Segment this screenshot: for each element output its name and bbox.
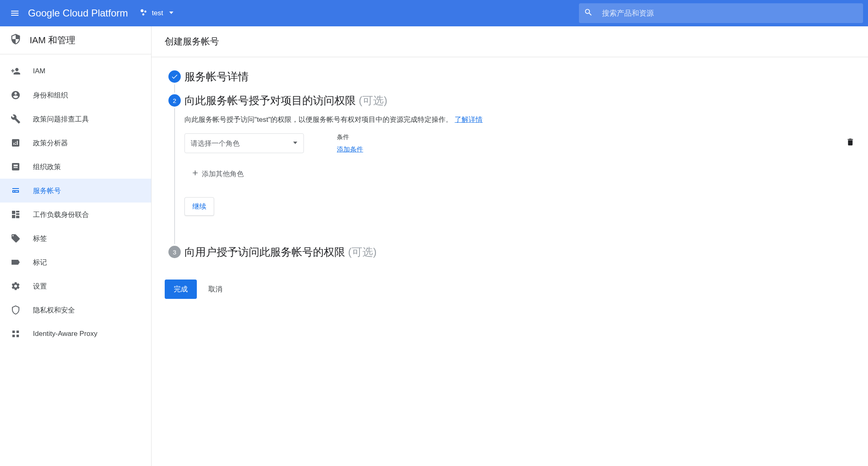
check-icon — [171, 73, 178, 80]
step2-indicator: 2 — [168, 94, 181, 107]
sidebar-item-label: 政策分析器 — [33, 138, 68, 148]
project-name: test — [152, 9, 163, 17]
step-connector — [174, 84, 175, 93]
learn-more-link[interactable]: 了解详情 — [455, 116, 483, 123]
tag-icon — [11, 233, 21, 243]
sidebar-title-text: IAM 和管理 — [30, 34, 75, 47]
step1-title[interactable]: 服务帐号详情 — [184, 70, 855, 83]
sidebar-section-title[interactable]: IAM 和管理 — [0, 26, 151, 54]
condition-section: 条件 添加条件 — [337, 133, 363, 154]
sidebar-item-org-policy[interactable]: 组织政策 — [0, 155, 151, 179]
logo-suffix: Cloud Platform — [60, 7, 128, 19]
footer-buttons: 完成 取消 — [165, 280, 855, 299]
sidebar-item-iap[interactable]: Identity-Aware Proxy — [0, 322, 151, 346]
mark-icon — [11, 257, 21, 267]
workload-icon — [11, 210, 21, 219]
shield-icon — [10, 33, 21, 47]
sidebar-item-identity[interactable]: 身份和组织 — [0, 83, 151, 107]
project-selector[interactable]: test — [140, 8, 174, 19]
sidebar-item-label: 标签 — [33, 234, 47, 243]
sidebar-item-service-accounts[interactable]: 服务帐号 — [0, 179, 151, 203]
sidebar-item-settings[interactable]: 设置 — [0, 274, 151, 298]
proxy-icon — [11, 329, 21, 339]
hamburger-menu[interactable] — [5, 3, 25, 23]
sidebar-item-label: 政策问题排查工具 — [33, 114, 89, 124]
sidebar-item-troubleshoot[interactable]: 政策问题排查工具 — [0, 107, 151, 131]
role-row: 请选择一个角色 条件 添加条件 — [184, 133, 855, 154]
page-title: 创建服务帐号 — [152, 26, 868, 57]
add-condition-link[interactable]: 添加条件 — [337, 145, 363, 154]
main-content: 创建服务帐号 服务帐号详情 2 — [152, 26, 868, 466]
gear-icon — [11, 281, 21, 291]
step-3: 3 向用户授予访问此服务帐号的权限 (可选) — [165, 246, 855, 270]
continue-button[interactable]: 继续 — [184, 197, 214, 216]
sidebar-list: IAM 身份和组织 政策问题排查工具 政策分析器 组织政策 服务帐号 — [0, 54, 151, 346]
plus-icon — [191, 169, 199, 179]
role-select[interactable]: 请选择一个角色 — [184, 133, 304, 153]
stepper: 服务帐号详情 2 向此服务帐号授予对项目的访问权限 (可选) 向此服务帐号授予访… — [152, 57, 868, 312]
sidebar-item-label: IAM — [33, 67, 45, 75]
gcp-logo[interactable]: Google Cloud Platform — [28, 7, 128, 19]
sidebar: IAM 和管理 IAM 身份和组织 政策问题排查工具 政策分析器 组织政策 — [0, 26, 152, 466]
search-input[interactable] — [602, 9, 858, 18]
step2-title: 向此服务帐号授予对项目的访问权限 (可选) — [184, 94, 855, 107]
list-icon — [11, 162, 21, 172]
wrench-icon — [11, 114, 21, 124]
step3-indicator: 3 — [168, 246, 181, 258]
sidebar-item-label: 组织政策 — [33, 162, 61, 172]
sidebar-item-privacy[interactable]: 隐私权和安全 — [0, 298, 151, 322]
sidebar-item-label: 身份和组织 — [33, 91, 68, 100]
project-icon — [140, 8, 148, 19]
sidebar-item-label: 工作负载身份联合 — [33, 210, 89, 219]
sidebar-item-analyzer[interactable]: 政策分析器 — [0, 131, 151, 155]
sidebar-item-tags[interactable]: 标记 — [0, 250, 151, 274]
optional-label: (可选) — [348, 246, 376, 258]
svg-point-0 — [140, 9, 143, 12]
step-2: 2 向此服务帐号授予对项目的访问权限 (可选) 向此服务帐号授予访问"test"… — [165, 94, 855, 246]
sidebar-item-label: Identity-Aware Proxy — [33, 330, 98, 338]
logo-prefix: Google — [28, 7, 60, 19]
search-icon — [584, 8, 593, 19]
top-header: Google Cloud Platform test — [0, 0, 868, 26]
add-another-role-button[interactable]: 添加其他角色 — [184, 164, 855, 184]
sidebar-item-label: 服务帐号 — [33, 186, 61, 196]
svg-point-1 — [144, 10, 146, 12]
add-person-icon — [11, 66, 21, 76]
delete-role-button[interactable] — [846, 137, 855, 148]
sidebar-item-labels[interactable]: 标签 — [0, 226, 151, 250]
step-connector — [174, 108, 175, 244]
trash-icon — [846, 137, 855, 147]
svg-point-2 — [142, 13, 144, 15]
sidebar-item-label: 设置 — [33, 282, 47, 291]
sidebar-item-workload[interactable]: 工作负载身份联合 — [0, 203, 151, 226]
person-icon — [11, 90, 21, 100]
condition-label: 条件 — [337, 133, 363, 141]
sidebar-item-label: 标记 — [33, 258, 47, 267]
cancel-button[interactable]: 取消 — [208, 280, 222, 299]
sidebar-item-iam[interactable]: IAM — [0, 59, 151, 83]
done-button[interactable]: 完成 — [165, 280, 197, 299]
analyzer-icon — [11, 138, 21, 148]
service-account-icon — [11, 186, 21, 196]
step2-description: 向此服务帐号授予访问"test"的权限，以便服务帐号有权对项目中的资源完成特定操… — [184, 114, 855, 125]
dropdown-arrow-icon — [169, 9, 174, 17]
step3-title[interactable]: 向用户授予访问此服务帐号的权限 (可选) — [184, 246, 855, 258]
search-box[interactable] — [579, 3, 863, 23]
role-placeholder: 请选择一个角色 — [191, 139, 240, 148]
shield-outline-icon — [11, 305, 21, 315]
menu-icon — [10, 8, 20, 18]
sidebar-item-label: 隐私权和安全 — [33, 305, 75, 315]
chevron-down-icon — [293, 139, 298, 147]
add-role-label: 添加其他角色 — [202, 169, 244, 179]
step1-indicator[interactable] — [168, 70, 181, 83]
step-1: 服务帐号详情 — [165, 70, 855, 94]
optional-label: (可选) — [359, 94, 387, 107]
